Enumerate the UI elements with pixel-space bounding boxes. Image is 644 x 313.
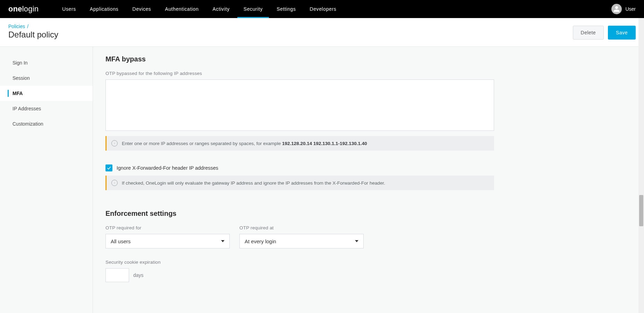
label-ignore-xff: Ignore X-Forwarded-For header IP address…: [117, 165, 218, 171]
breadcrumb-policies-link[interactable]: Policies: [8, 24, 25, 29]
nav-items: Users Applications Devices Authenticatio…: [55, 0, 343, 18]
section-title-enforcement: Enforcement settings: [105, 210, 601, 218]
nav-item-applications[interactable]: Applications: [83, 0, 126, 18]
info-banner-xff: If checked, OneLogin will only evaluate …: [105, 176, 494, 190]
breadcrumb: Policies /: [8, 24, 573, 29]
nav-item-activity[interactable]: Activity: [206, 0, 237, 18]
content: MFA bypass OTP bypassed for the followin…: [93, 47, 613, 313]
input-cookie-expiration[interactable]: [105, 268, 129, 282]
info-icon: [111, 180, 118, 186]
sidebar-item-session[interactable]: Session: [0, 70, 93, 86]
save-button[interactable]: Save: [608, 26, 636, 40]
label-otp-bypass-ips: OTP bypassed for the following IP addres…: [105, 71, 601, 76]
brand-logo: onelogin: [8, 5, 39, 14]
avatar-icon: [611, 4, 622, 14]
sidebar-item-sign-in[interactable]: Sign In: [0, 55, 93, 70]
info-banner-ip-example: Enter one or more IP addresses or ranges…: [105, 136, 494, 151]
brand-part2: login: [22, 5, 39, 13]
caret-down-icon: [221, 240, 224, 242]
top-nav: onelogin Users Applications Devices Auth…: [0, 0, 644, 18]
info-text-xff: If checked, OneLogin will only evaluate …: [122, 180, 385, 186]
nav-item-authentication[interactable]: Authentication: [158, 0, 205, 18]
nav-item-developers[interactable]: Developers: [303, 0, 344, 18]
info-icon: [111, 140, 118, 146]
sidebar-item-ip-addresses[interactable]: IP Addresses: [0, 101, 93, 116]
select-otp-required-for[interactable]: All users: [105, 234, 230, 248]
scrollbar-thumb[interactable]: [639, 195, 643, 226]
page-title: Default policy: [8, 30, 573, 40]
section-title-mfa-bypass: MFA bypass: [105, 55, 601, 63]
input-otp-bypass-ips[interactable]: [105, 79, 494, 131]
breadcrumb-sep: /: [26, 24, 29, 29]
nav-item-devices[interactable]: Devices: [125, 0, 158, 18]
brand-part1: one: [8, 5, 22, 13]
delete-button[interactable]: Delete: [573, 26, 604, 40]
nav-item-settings[interactable]: Settings: [270, 0, 303, 18]
nav-item-security[interactable]: Security: [237, 0, 270, 18]
select-value: All users: [111, 238, 131, 244]
caret-down-icon: [355, 240, 358, 242]
scrollbar[interactable]: [638, 18, 644, 313]
sidebar-item-customization[interactable]: Customization: [0, 116, 93, 132]
label-otp-required-for: OTP required for: [105, 225, 230, 230]
nav-item-users[interactable]: Users: [55, 0, 83, 18]
select-otp-required-at[interactable]: At every login: [239, 234, 364, 248]
info-text: Enter one or more IP addresses or ranges…: [122, 141, 367, 146]
checkbox-ignore-xff[interactable]: [105, 164, 112, 171]
label-otp-required-at: OTP required at: [239, 225, 364, 230]
page-header: Policies / Default policy Delete Save: [0, 18, 644, 47]
sidebar-item-mfa[interactable]: MFA: [0, 86, 93, 101]
user-menu[interactable]: User: [611, 4, 636, 14]
sidebar: Sign In Session MFA IP Addresses Customi…: [0, 47, 93, 313]
unit-days: days: [133, 272, 144, 278]
user-name: User: [625, 6, 636, 12]
select-value: At every login: [245, 238, 276, 244]
label-cookie-expiration: Security cookie expiration: [105, 260, 601, 265]
